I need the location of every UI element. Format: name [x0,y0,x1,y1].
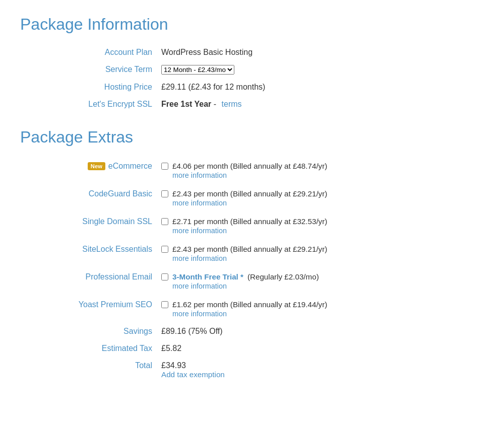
hosting-price-value: £29.11 (£2.43 for 12 months) [161,79,484,96]
new-badge: New [88,162,105,170]
sitelock-description: £2.43 per month (Billed annually at £29.… [172,245,327,253]
codeguard-label: CodeGuard Basic [20,184,161,212]
service-term-value: 12 Month - £2.43/mo 24 Month 36 Month [161,61,484,79]
ecommerce-value: £4.06 per month (Billed annually at £48.… [161,157,484,184]
codeguard-label-text: CodeGuard Basic [89,189,152,198]
sitelock-value: £2.43 per month (Billed annually at £29.… [161,240,484,267]
savings-value: £89.16 (75% Off) [161,323,484,340]
yoast-label: Yoast Premium SEO [20,295,161,323]
ssl-value: Free 1st Year - terms [161,96,484,113]
package-info-title: Package Information [20,15,484,34]
ssl-label: Let's Encrypt SSL [20,96,161,113]
package-extras-title: Package Extras [20,128,484,147]
account-plan-label: Account Plan [20,44,161,61]
ssl-separator: - [211,100,218,109]
add-tax-exemption-link[interactable]: Add tax exemption [161,370,225,379]
package-info-table: Account Plan WordPress Basic Hosting Ser… [20,44,484,113]
pro-email-free-trial: 3-Month Free Trial * [172,272,243,281]
single-ssl-more-info[interactable]: more information [161,227,484,235]
pro-email-regular-text: (Regularly £2.03/mo) [247,272,319,281]
single-ssl-checkbox[interactable] [161,218,168,225]
total-label: Total [20,357,161,383]
yoast-label-text: Yoast Premium SEO [79,300,152,309]
yoast-description: £1.62 per month (Billed annually at £19.… [172,300,327,309]
pro-email-more-info[interactable]: more information [161,282,484,290]
ecommerce-label-text: eCommerce [108,162,152,171]
hosting-price-label: Hosting Price [20,79,161,96]
ssl-terms-link[interactable]: terms [222,100,242,109]
tax-value: £5.82 [161,340,484,357]
single-ssl-label-text: Single Domain SSL [82,217,152,226]
single-ssl-label: Single Domain SSL [20,212,161,240]
sitelock-label: SiteLock Essentials [20,240,161,267]
tax-label: Estimated Tax [20,340,161,357]
package-extras-table: New eCommerce £4.06 per month (Billed an… [20,157,484,383]
pro-email-label: Professional Email [20,267,161,295]
ecommerce-more-info[interactable]: more information [161,171,484,179]
ecommerce-description: £4.06 per month (Billed annually at £48.… [172,162,327,170]
total-value-container: £34.93 Add tax exemption [161,357,484,383]
total-amount: £34.93 [161,361,225,370]
single-ssl-description: £2.71 per month (Billed annually at £32.… [172,217,327,226]
yoast-checkbox[interactable] [161,301,168,308]
sitelock-label-text: SiteLock Essentials [82,245,152,254]
ssl-free-text: Free 1st Year [161,100,211,109]
sitelock-checkbox[interactable] [161,246,168,253]
account-plan-value: WordPress Basic Hosting [161,44,484,61]
savings-label: Savings [20,323,161,340]
pro-email-value: 3-Month Free Trial * (Regularly £2.03/mo… [161,267,484,295]
service-term-label: Service Term [20,61,161,79]
ecommerce-label: New eCommerce [20,157,161,184]
single-ssl-value: £2.71 per month (Billed annually at £32.… [161,212,484,240]
codeguard-value: £2.43 per month (Billed annually at £29.… [161,184,484,212]
sitelock-more-info[interactable]: more information [161,254,484,262]
codeguard-description: £2.43 per month (Billed annually at £29.… [172,189,327,198]
pro-email-label-text: Professional Email [86,272,153,282]
codeguard-checkbox[interactable] [161,190,168,197]
service-term-select[interactable]: 12 Month - £2.43/mo 24 Month 36 Month [161,65,234,75]
yoast-more-info[interactable]: more information [161,310,484,318]
yoast-value: £1.62 per month (Billed annually at £19.… [161,295,484,323]
pro-email-checkbox[interactable] [161,273,168,280]
ecommerce-checkbox[interactable] [161,163,168,170]
codeguard-more-info[interactable]: more information [161,199,484,207]
